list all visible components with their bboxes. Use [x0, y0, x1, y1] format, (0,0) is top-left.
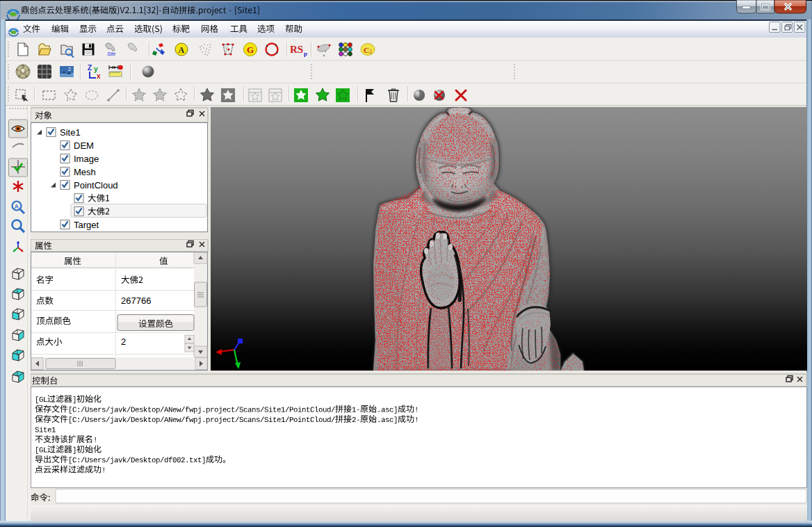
svg-text:2: 2	[369, 49, 372, 55]
svg-text:x: x	[97, 72, 101, 80]
svg-text:2: 2	[121, 337, 126, 347]
svg-text:G: G	[247, 44, 254, 55]
svg-text:Site1: Site1	[60, 127, 81, 138]
svg-text:Target: Target	[74, 220, 99, 230]
svg-text:p: p	[304, 50, 307, 57]
svg-text:A: A	[15, 203, 19, 210]
svg-text:A: A	[179, 45, 185, 55]
svg-text:C: C	[364, 46, 369, 54]
svg-text:PointCloud: PointCloud	[74, 180, 118, 190]
svg-text:267766: 267766	[121, 295, 151, 306]
svg-text:2: 2	[68, 67, 71, 72]
svg-text:Site: Site	[107, 51, 115, 56]
svg-text:RS: RS	[290, 44, 303, 55]
svg-text:DEM: DEM	[74, 140, 94, 151]
svg-text:Z: Z	[88, 64, 92, 72]
svg-text:Mesh: Mesh	[74, 167, 96, 177]
svg-text:Image: Image	[74, 154, 99, 164]
